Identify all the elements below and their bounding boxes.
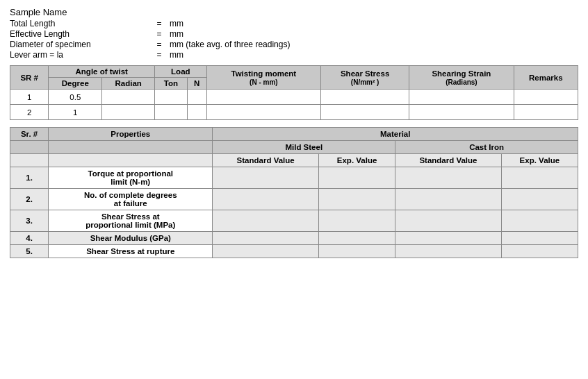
- prop-sub-cast-iron: Cast Iron: [395, 141, 578, 154]
- props-ci-exp-5: [501, 245, 578, 258]
- cell-sr-2: 2: [10, 105, 49, 120]
- cell-radian-1: [102, 90, 155, 105]
- props-ms-exp-2: [318, 189, 395, 210]
- props-ci-std-4: [395, 232, 502, 245]
- cell-degree-2: 1: [49, 105, 102, 120]
- cell-shearstrain-2: [409, 105, 514, 120]
- props-name-3: Shear Stress atproportional limit (MPa): [49, 210, 213, 232]
- prop-sub-mild-steel: Mild Steel: [213, 141, 395, 154]
- cell-n-2: [187, 105, 206, 120]
- props-row-5: 5. Shear Stress at rupture: [10, 245, 578, 258]
- diameter-value: mm (take avg. of three readings): [170, 40, 578, 49]
- cell-sr-1: 1: [10, 90, 49, 105]
- props-ci-std-2: [395, 189, 502, 210]
- props-ci-exp-4: [501, 232, 578, 245]
- cell-twisting-2: [206, 105, 320, 120]
- cell-n-1: [187, 90, 206, 105]
- prop-head-prop-blank: [49, 154, 213, 167]
- table-row: 2 1: [10, 105, 578, 120]
- props-ms-exp-1: [318, 167, 395, 189]
- props-ms-std-4: [213, 232, 319, 245]
- props-name-1: Torque at proportionallimit (N-m): [49, 167, 213, 189]
- lever-arm-label: Lever arm = la: [10, 50, 149, 60]
- props-num-5: 5.: [10, 245, 49, 258]
- diameter-line: Diameter of specimen = mm (take avg. of …: [10, 40, 578, 49]
- effective-length-label: Effective Length: [10, 29, 149, 39]
- effective-length-line: Effective Length = mm: [10, 29, 578, 39]
- prop-col-sr: Sr. #: [10, 128, 49, 141]
- prop-head-ms-exp: Exp. Value: [318, 154, 395, 167]
- cell-shearstrain-1: [409, 90, 514, 105]
- props-ms-std-3: [213, 210, 319, 232]
- props-num-1: 1.: [10, 167, 49, 189]
- props-ms-std-5: [213, 245, 319, 258]
- props-name-2: No. of complete degreesat failure: [49, 189, 213, 210]
- prop-head-sr-blank: [10, 154, 49, 167]
- props-ms-std-1: [213, 167, 319, 189]
- props-ci-std-5: [395, 245, 502, 258]
- sample-name-label: Sample Name: [10, 7, 578, 17]
- prop-col-material: Material: [213, 128, 578, 141]
- col-twisting-moment: Twisting moment(N - mm): [206, 66, 320, 90]
- prop-col-properties: Properties: [49, 128, 213, 141]
- props-row-4: 4. Shear Modulus (GPa): [10, 232, 578, 245]
- table-row: 1 0.5: [10, 90, 578, 105]
- col-degree: Degree: [49, 78, 102, 90]
- total-length-line: Total Length = mm: [10, 19, 578, 28]
- cell-twisting-1: [206, 90, 320, 105]
- lever-arm-line: Lever arm = la = mm: [10, 50, 578, 60]
- col-ton: Ton: [155, 78, 188, 90]
- props-ci-std-3: [395, 210, 502, 232]
- diameter-eq: =: [149, 40, 170, 49]
- props-row-1: 1. Torque at proportionallimit (N-m): [10, 167, 578, 189]
- props-ci-exp-2: [501, 189, 578, 210]
- properties-table: Sr. # Properties Material Mild Steel Cas…: [10, 127, 578, 258]
- cell-degree-1: 0.5: [49, 90, 102, 105]
- col-angle-of-twist: Angle of twist: [49, 66, 155, 78]
- total-length-eq: =: [149, 19, 170, 28]
- props-ms-std-2: [213, 189, 319, 210]
- props-ci-std-1: [395, 167, 502, 189]
- props-ms-exp-3: [318, 210, 395, 232]
- cell-remarks-2: [514, 105, 578, 120]
- prop-head-ci-standard: Standard Value: [395, 154, 502, 167]
- props-row-3: 3. Shear Stress atproportional limit (MP…: [10, 210, 578, 232]
- cell-radian-2: [102, 105, 155, 120]
- main-data-table: SR # Angle of twist Load Twisting moment…: [10, 65, 578, 120]
- col-radian: Radian: [102, 78, 155, 90]
- col-remarks: Remarks: [514, 66, 578, 90]
- prop-head-ms-standard: Standard Value: [213, 154, 319, 167]
- prop-sub-properties: [49, 141, 213, 154]
- col-shear-stress: Shear Stress(N/mm² ): [321, 66, 409, 90]
- col-shearing-strain: Shearing Strain(Radians): [409, 66, 514, 90]
- lever-arm-eq: =: [149, 50, 170, 60]
- prop-head-ci-exp: Exp. Value: [501, 154, 578, 167]
- props-ms-exp-4: [318, 232, 395, 245]
- col-sr: SR #: [10, 66, 49, 90]
- cell-shearstress-1: [321, 90, 409, 105]
- cell-remarks-1: [514, 90, 578, 105]
- lever-arm-value: mm: [170, 50, 578, 60]
- prop-sub-sr: [10, 141, 49, 154]
- header-section: Sample Name Total Length = mm Effective …: [10, 7, 578, 60]
- props-name-4: Shear Modulus (GPa): [49, 232, 213, 245]
- props-num-3: 3.: [10, 210, 49, 232]
- col-n: N: [187, 78, 206, 90]
- cell-shearstress-2: [321, 105, 409, 120]
- cell-ton-2: [155, 105, 188, 120]
- effective-length-eq: =: [149, 29, 170, 39]
- props-ci-exp-3: [501, 210, 578, 232]
- props-name-5: Shear Stress at rupture: [49, 245, 213, 258]
- props-ci-exp-1: [501, 167, 578, 189]
- total-length-value: mm: [170, 19, 578, 28]
- props-row-2: 2. No. of complete degreesat failure: [10, 189, 578, 210]
- effective-length-value: mm: [170, 29, 578, 39]
- diameter-label: Diameter of specimen: [10, 40, 149, 49]
- props-num-2: 2.: [10, 189, 49, 210]
- total-length-label: Total Length: [10, 19, 149, 28]
- col-load: Load: [155, 66, 207, 78]
- props-num-4: 4.: [10, 232, 49, 245]
- props-ms-exp-5: [318, 245, 395, 258]
- cell-ton-1: [155, 90, 188, 105]
